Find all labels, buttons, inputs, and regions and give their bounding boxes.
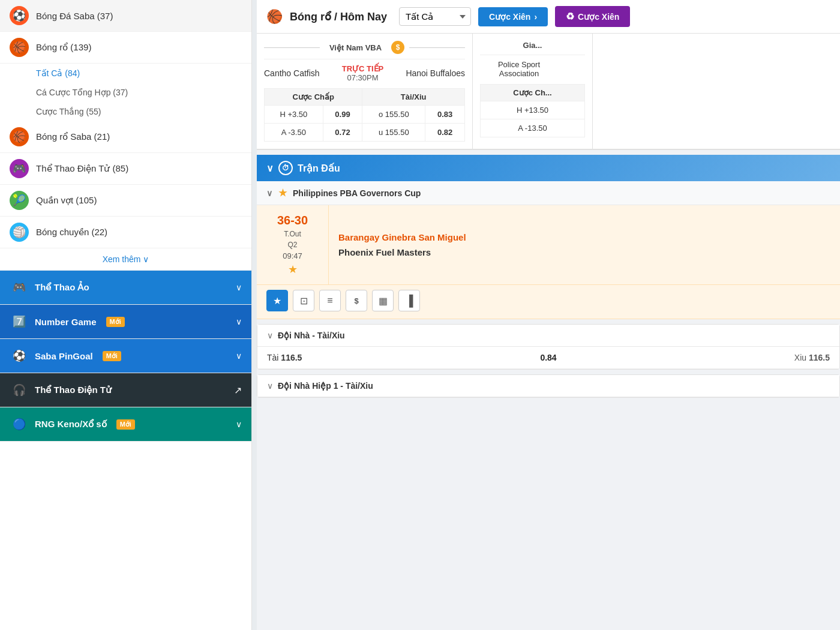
bet-tai-label[interactable]: Tài 116.5 bbox=[267, 353, 528, 362]
action-coin-btn[interactable]: $ bbox=[346, 290, 367, 311]
collapse-button[interactable]: ∨ bbox=[266, 163, 274, 174]
sidebar-sub-ca-cuoc[interactable]: Cá Cược Tổng Hợp (37) bbox=[0, 83, 251, 102]
the-thao-dien-tu-2-label: Thể Thao Điện Tử bbox=[35, 385, 112, 395]
u-val[interactable]: 0.82 bbox=[425, 124, 465, 142]
cuoc-xien-label-1: Cược Xiên bbox=[489, 12, 530, 22]
live-score: 36-30 bbox=[277, 214, 308, 227]
live-star-icon[interactable]: ★ bbox=[288, 263, 298, 276]
sidebar-bottom-the-thao-dien-tu[interactable]: 🎧 Thể Thao Điện Tử ↗ bbox=[0, 373, 251, 407]
page-title: Bóng rổ / Hôm Nay bbox=[290, 10, 387, 23]
odds-row-1: H +3.50 0.99 o 155.50 0.83 bbox=[265, 106, 465, 124]
gia-a-label[interactable]: A -13.50 bbox=[481, 119, 585, 137]
filter-select[interactable]: Tất Cả bbox=[399, 7, 471, 26]
h-val[interactable]: 0.99 bbox=[323, 106, 362, 124]
gia-league: Gia... bbox=[480, 41, 585, 55]
timer-icon: ⏱ bbox=[278, 161, 293, 175]
chevron-down-icon-4: ∨ bbox=[236, 419, 242, 429]
cuoc-xien-label-2: Cược Xiên bbox=[578, 12, 619, 22]
bet-section-doi-nha-hiep1: ∨ Đội Nhà Hiệp 1 - Tài/Xiu bbox=[257, 374, 840, 398]
a-label[interactable]: A -3.50 bbox=[265, 124, 323, 142]
quan-vot-icon: 🎾 bbox=[10, 191, 29, 210]
sidebar-item-bong-ro-saba-label: Bóng rổ Saba (21) bbox=[36, 131, 110, 142]
the-thao-dien-tu-2-icon: 🎧 bbox=[10, 380, 29, 400]
vba-league-label: Việt Nam VBA bbox=[329, 43, 382, 52]
tai-xiu-header: Tài/Xiu bbox=[362, 89, 465, 106]
action-stream-btn[interactable]: ≡ bbox=[319, 290, 341, 311]
see-more-button[interactable]: Xem thêm ∨ bbox=[0, 248, 251, 271]
saba-pingoal-icon: ⚽ bbox=[10, 346, 29, 365]
live-time: 07:30PM bbox=[342, 73, 384, 82]
home-team-name: Cantho Catfish bbox=[264, 68, 320, 78]
action-calendar-btn[interactable]: ▦ bbox=[372, 290, 394, 311]
sidebar-sub-cuoc-thang[interactable]: Cược Thắng (55) bbox=[0, 102, 251, 121]
sidebar-item-bong-da-saba-label: Bóng Đá Saba (37) bbox=[36, 11, 113, 21]
bet-tai-odds[interactable]: 0.84 bbox=[540, 353, 556, 362]
sidebar-sub-tat-ca[interactable]: Tất Cả (84) bbox=[0, 64, 251, 83]
bong-chuyen-icon: 🏐 bbox=[10, 223, 29, 242]
action-star-btn[interactable]: ★ bbox=[266, 290, 288, 311]
top-bar: 🏀 Bóng rổ / Hôm Nay Tất Cả Cược Xiên › ♻… bbox=[257, 0, 840, 34]
match-live-info: TRỰC TIẾP 07:30PM bbox=[342, 64, 384, 82]
sidebar: ⚽ Bóng Đá Saba (37) 🏀 Bóng rổ (139) Tất … bbox=[0, 0, 252, 630]
sidebar-bottom-left-2: 7️⃣ Number Game Mới bbox=[10, 312, 125, 331]
bet-section-doi-nha: ∨ Đội Nhà - Tài/Xiu Tài 116.5 0.84 Xiu 1… bbox=[257, 324, 840, 370]
o-val[interactable]: 0.83 bbox=[425, 106, 465, 124]
league-name: Philippines PBA Governors Cup bbox=[293, 188, 421, 198]
cuoc-xien-button-blue[interactable]: Cược Xiên › bbox=[478, 7, 548, 26]
u-label[interactable]: u 155.50 bbox=[362, 124, 425, 142]
chevron-down-icon-3: ∨ bbox=[236, 351, 242, 361]
bong-ro-saba-icon: 🏀 bbox=[10, 127, 29, 146]
cuoc-xien-button-purple[interactable]: ♻ Cược Xiên bbox=[555, 6, 630, 27]
live-time-2: 09:47 bbox=[283, 251, 302, 260]
o-label[interactable]: o 155.50 bbox=[362, 106, 425, 124]
sidebar-bottom-saba-pingoal[interactable]: ⚽ Saba PinGoal Mới ∨ bbox=[0, 339, 251, 373]
sidebar-item-bong-chuyen[interactable]: 🏐 Bóng chuyền (22) bbox=[0, 217, 251, 248]
match-card-gia: Gia... Police Sport Association Cược Ch.… bbox=[473, 34, 593, 149]
odds-table: Cược Chấp Tài/Xiu H +3.50 0.99 o 155.50 … bbox=[264, 88, 465, 142]
gia-h-label[interactable]: H +13.50 bbox=[481, 101, 585, 119]
the-thao-ao-label: Thể Thao Ảo bbox=[35, 282, 89, 293]
sidebar-bottom-the-thao-ao[interactable]: 🎮 Thể Thao Ảo ∨ bbox=[0, 271, 251, 305]
action-camera-btn[interactable]: ⊡ bbox=[293, 290, 314, 311]
gia-teams-row: Police Sport Association bbox=[480, 60, 585, 78]
cuoc-xien-arrow: › bbox=[534, 12, 537, 22]
sidebar-bottom-left-4: 🎧 Thể Thao Điện Tử bbox=[10, 380, 112, 400]
number-game-badge: Mới bbox=[106, 317, 125, 327]
sidebar-divider bbox=[252, 0, 257, 630]
saba-pingoal-badge: Mới bbox=[103, 351, 121, 361]
rng-keno-badge: Mới bbox=[116, 419, 135, 430]
sidebar-bottom-left-3: ⚽ Saba PinGoal Mới bbox=[10, 346, 121, 365]
bet-section-header-doi-nha[interactable]: ∨ Đội Nhà - Tài/Xiu bbox=[257, 325, 839, 347]
sidebar-item-bong-da-saba[interactable]: ⚽ Bóng Đá Saba (37) bbox=[0, 0, 251, 32]
h-label[interactable]: H +3.50 bbox=[265, 106, 323, 124]
bet-collapse-icon-2: ∨ bbox=[267, 381, 273, 391]
sidebar-bottom-number-game[interactable]: 7️⃣ Number Game Mới ∨ bbox=[0, 305, 251, 339]
a-val[interactable]: 0.72 bbox=[323, 124, 362, 142]
bet-xiu-label[interactable]: Xiu 116.5 bbox=[569, 353, 830, 362]
league-row-pba[interactable]: ∨ ★ Philippines PBA Governors Cup bbox=[257, 181, 840, 205]
sidebar-bottom-left: 🎮 Thể Thao Ảo bbox=[10, 278, 89, 297]
gia-league-label: Gia... bbox=[523, 41, 542, 50]
gia-odds-row-1: H +13.50 bbox=[481, 101, 585, 119]
sidebar-item-quan-vot[interactable]: 🎾 Quần vợt (105) bbox=[0, 185, 251, 217]
external-link-icon: ↗ bbox=[234, 385, 242, 396]
league-collapse-icon: ∨ bbox=[266, 188, 272, 198]
match-teams-row: Cantho Catfish TRỰC TIẾP 07:30PM Hanoi B… bbox=[264, 64, 465, 82]
sidebar-item-the-thao-dien-tu[interactable]: 🎮 Thể Thao Điện Tử (85) bbox=[0, 153, 251, 185]
main-content: 🏀 Bóng rổ / Hôm Nay Tất Cả Cược Xiên › ♻… bbox=[257, 0, 840, 630]
live-timeout: T.Out bbox=[284, 230, 301, 238]
rng-keno-label: RNG Keno/Xổ số bbox=[35, 419, 107, 430]
sidebar-item-bong-ro[interactable]: 🏀 Bóng rổ (139) bbox=[0, 32, 251, 64]
bet-collapse-icon: ∨ bbox=[267, 331, 273, 340]
league-coin: $ bbox=[391, 41, 404, 54]
chevron-down-icon-2: ∨ bbox=[236, 317, 242, 326]
gia-odds-table: Cược Ch... H +13.50 A -13.50 bbox=[480, 84, 585, 137]
bet-section-header-hiep1[interactable]: ∨ Đội Nhà Hiệp 1 - Tài/Xiu bbox=[257, 375, 839, 397]
the-thao-ao-icon: 🎮 bbox=[10, 278, 29, 297]
sidebar-item-bong-ro-saba[interactable]: 🏀 Bóng rổ Saba (21) bbox=[0, 121, 251, 153]
action-chart-btn[interactable]: ▐ bbox=[398, 290, 420, 311]
away-team-name: Hanoi Buffaloes bbox=[406, 68, 465, 78]
live-teams-col: Barangay Ginebra San Miguel Phoenix Fuel… bbox=[329, 205, 840, 284]
league-star-icon: ★ bbox=[278, 187, 287, 199]
sidebar-bottom-rng-keno[interactable]: 🔵 RNG Keno/Xổ số Mới ∨ bbox=[0, 407, 251, 442]
